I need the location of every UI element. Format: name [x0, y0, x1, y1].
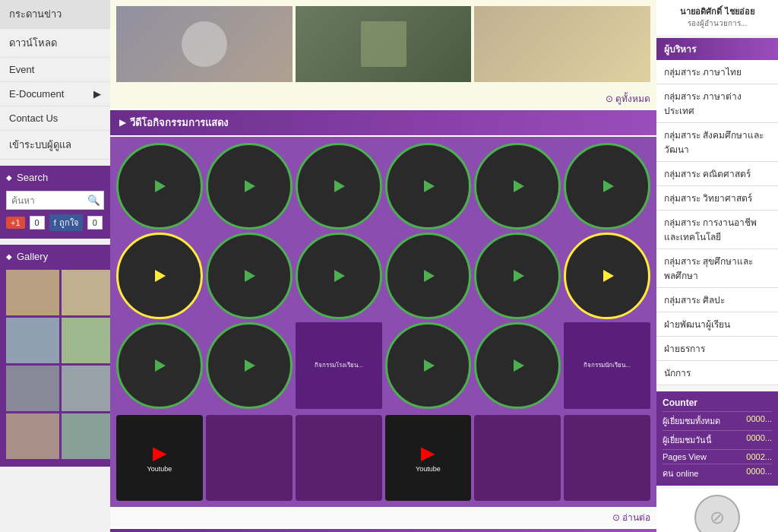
youtube-thumb-2[interactable]: ▶ Youtube — [385, 415, 472, 502]
right-menu-student-dev[interactable]: ฝ่ายพัฒนาผู้เรียน — [656, 312, 778, 337]
search-button[interactable]: 🔍 — [84, 192, 103, 209]
video-thumb-10[interactable] — [385, 233, 472, 319]
gallery-thumb-4[interactable] — [62, 318, 115, 363]
strip-image-1[interactable] — [116, 6, 293, 82]
gallery-thumb-6[interactable] — [62, 366, 115, 411]
youtube-label-2: Youtube — [416, 465, 441, 473]
sidebar-item-download[interactable]: ดาวน์โหลด — [0, 29, 110, 58]
search-title: Search — [6, 169, 104, 186]
gallery-thumb-3[interactable] — [6, 318, 59, 363]
youtube-row: ▶ Youtube ▶ Youtube — [110, 415, 656, 508]
youtube-spacer-1 — [206, 415, 293, 502]
video-text-2: กิจกรรมนักเรียน... — [564, 322, 650, 409]
gallery-thumb-8[interactable] — [62, 413, 115, 459]
gplus-label: +1 — [11, 218, 21, 227]
sidebar-item-edoc[interactable]: E-Document ▶ — [0, 82, 110, 106]
video-thumb-6[interactable] — [564, 143, 650, 230]
video-thumb-9[interactable] — [296, 233, 382, 319]
sidebar-item-login[interactable]: เข้าระบบผู้ดูแล — [0, 131, 110, 160]
video-thumb-1[interactable] — [116, 143, 203, 230]
person-title: รองผู้อำนวยการ... — [663, 17, 772, 29]
video-thumb-4[interactable] — [385, 143, 472, 230]
right-menu-science[interactable]: กลุ่มสาระ วิทยาศาสตร์ — [656, 186, 778, 211]
view-all-row: ดูทั้งหมด — [110, 88, 656, 109]
right-menu-foreign-lang[interactable]: กลุ่มสาระ ภาษาต่างประเทศ — [656, 84, 778, 123]
right-menu-social[interactable]: กลุ่มสาระ สังคมศึกษาและวัฒนา — [656, 123, 778, 162]
sidebar-item-event[interactable]: Event — [0, 58, 110, 82]
counter-value-total: 0000... — [746, 414, 772, 428]
read-more-1-row: อ่านต่อ — [110, 507, 656, 527]
sidebar-link-edoc[interactable]: E-Document ▶ — [0, 82, 110, 106]
counter-value-today: 0000... — [746, 433, 772, 447]
search-input[interactable] — [7, 192, 84, 209]
chevron-right-icon: ▶ — [93, 88, 101, 100]
gallery-thumb-1[interactable] — [6, 270, 59, 315]
video-thumb-13[interactable] — [116, 322, 203, 409]
right-menu-art[interactable]: กลุ่มสาระ ศิลปะ — [656, 288, 778, 312]
strip-image-2[interactable] — [296, 6, 472, 82]
search-section: Search 🔍 +1 0 f ถูกใจ 0 — [0, 166, 110, 239]
counter-label-online: คน online — [663, 467, 698, 480]
gplus-count: 0 — [30, 216, 45, 230]
google-plus-button[interactable]: +1 — [6, 217, 25, 229]
video-thumb-15[interactable] — [385, 322, 472, 409]
sidebar-link-login[interactable]: เข้าระบบผู้ดูแล — [0, 131, 110, 159]
gallery-section: Gallery — [0, 245, 110, 467]
counter-label-pageview: Pages View — [663, 452, 707, 461]
gallery-grid — [6, 270, 104, 459]
sidebar-link-download[interactable]: ดาวน์โหลด — [0, 29, 110, 57]
social-row: +1 0 f ถูกใจ 0 — [6, 214, 104, 231]
right-menu-health[interactable]: กลุ่มสาระ สุขศึกษาและพลศึกษา — [656, 249, 778, 288]
gallery-thumb-2[interactable] — [62, 270, 115, 315]
sidebar-link-news[interactable]: กระดานข่าว — [0, 0, 110, 28]
youtube-icon-2: ▶ — [421, 442, 435, 464]
gallery-thumb-5[interactable] — [6, 366, 59, 411]
video-thumb-8[interactable] — [206, 233, 293, 319]
youtube-spacer-2 — [296, 415, 382, 502]
video-thumb-12[interactable] — [564, 233, 650, 319]
search-wrapper: 🔍 — [6, 191, 104, 210]
webmaster-icon: ⊘ — [694, 495, 740, 532]
right-menu-staff[interactable]: นักการ — [656, 361, 778, 385]
right-menu-admin-dept[interactable]: ฝ่ายธรการ — [656, 337, 778, 361]
video-thumb-14[interactable] — [206, 322, 293, 409]
view-all-link[interactable]: ดูทั้งหมด — [606, 93, 650, 104]
sidebar-link-event[interactable]: Event — [0, 58, 110, 81]
webmaster-box: ⊘ sompot@h... — [656, 489, 778, 532]
video-thumb-3[interactable] — [296, 143, 382, 230]
youtube-thumb-1[interactable]: ▶ Youtube — [116, 415, 203, 502]
strip-image-3[interactable] — [474, 6, 650, 82]
sidebar-item-contact[interactable]: Contact Us — [0, 106, 110, 131]
sidebar-link-contact[interactable]: Contact Us — [0, 106, 110, 130]
right-menu-thai[interactable]: กลุ่มสาระ ภาษาไทย — [656, 60, 778, 84]
youtube-label-1: Youtube — [147, 465, 172, 473]
video-thumb-11[interactable] — [474, 233, 561, 319]
right-menu-career[interactable]: กลุ่มสาระ การงานอาชีพและเทคโนโลยี — [656, 211, 778, 249]
youtube-spacer-3 — [474, 415, 561, 502]
video-thumb-2[interactable] — [206, 143, 293, 230]
video-title: วีดีโอกิจกรรมการแสดง — [130, 115, 228, 131]
counter-row-today: ผู้เยี่ยมชมวันนี้ 0000... — [663, 430, 772, 449]
admin-title: ผู้บริหาร — [664, 44, 696, 55]
fb-label: ถูกใจ — [59, 216, 78, 230]
image-strip — [110, 0, 656, 88]
read-more-1-link[interactable]: อ่านต่อ — [612, 512, 650, 523]
sidebar-item-news[interactable]: กระดานข่าว — [0, 0, 110, 29]
person-name: นายอดิศักดิ์ ไชยอ่อย — [663, 6, 772, 17]
video-thumb-16[interactable] — [474, 322, 561, 409]
right-menu-math[interactable]: กลุ่มสาระ คณิตศาสตร์ — [656, 162, 778, 186]
gallery-thumb-7[interactable] — [6, 413, 59, 459]
fb-icon: f — [54, 218, 56, 227]
facebook-like-button[interactable]: f ถูกใจ — [49, 214, 83, 231]
video-thumb-7[interactable] — [116, 233, 203, 319]
left-sidebar: กระดานข่าว ดาวน์โหลด Event E-Document ▶ … — [0, 0, 110, 532]
youtube-icon-1: ▶ — [153, 442, 166, 464]
counter-label-total: ผู้เยี่ยมชมทั้งหมด — [663, 414, 720, 428]
fb-count: 0 — [87, 216, 103, 230]
counter-value-online: 0000... — [746, 467, 772, 480]
video-section-header: วีดีโอกิจกรรมการแสดง — [110, 110, 656, 135]
admin-section-header: ผู้บริหาร — [656, 38, 778, 60]
video-thumb-5[interactable] — [474, 143, 561, 230]
counter-row-online: คน online 0000... — [663, 464, 772, 483]
gallery-title: Gallery — [6, 248, 104, 265]
